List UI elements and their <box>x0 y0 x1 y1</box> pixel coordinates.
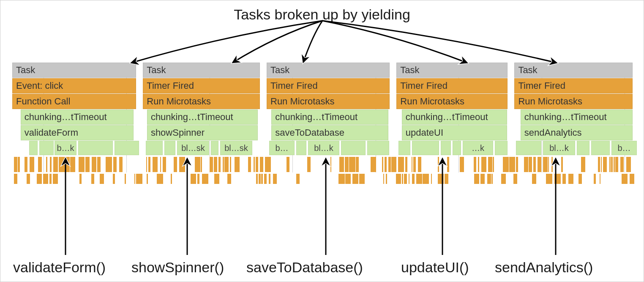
fn-label: saveToDatabase() <box>246 259 363 276</box>
row-task-segment: Task <box>267 63 390 78</box>
micro-chip: bl…sk <box>177 141 209 155</box>
row-3-segment: Run Microtasks <box>396 94 508 109</box>
row-5-segment: showSpinner <box>147 125 258 140</box>
micro-chip <box>398 141 410 155</box>
micro-chip <box>412 141 439 155</box>
micro-chip <box>591 141 610 155</box>
row-2-segment: Timer Fired <box>267 78 390 93</box>
row-2-segment: Event: click <box>12 78 136 93</box>
micro-chip: b…k <box>55 141 76 155</box>
micro-chip: …k <box>463 141 493 155</box>
micro-chip <box>495 141 508 155</box>
micro-chip <box>164 141 175 155</box>
row-4-segment: chunking…tTimeout <box>402 110 507 125</box>
row-call: Function CallRun MicrotasksRun Microtask… <box>12 94 633 109</box>
micro-chip <box>29 141 38 155</box>
row-chunk: chunking…tTimeoutchunking…tTimeoutchunki… <box>12 110 633 125</box>
row-3-segment: Run Microtasks <box>143 94 260 109</box>
row-4-segment: chunking…tTimeout <box>21 110 134 125</box>
row-5-segment: updateUI <box>402 125 507 140</box>
row-5-segment: sendAnalytics <box>521 125 633 140</box>
row-2-segment: Timer Fired <box>514 78 633 93</box>
row-5-segment: saveToDatabase <box>271 125 388 140</box>
row-task-segment: Task <box>396 63 508 78</box>
micro-chip <box>146 141 163 155</box>
row-4-segment: chunking…tTimeout <box>521 110 633 125</box>
fn-label: sendAnalytics() <box>495 259 593 276</box>
micro-chip <box>296 141 306 155</box>
row-3-segment: Function Call <box>12 94 136 109</box>
fn-label: validateForm() <box>13 259 106 276</box>
micro-chip <box>341 141 366 155</box>
fn-label: updateUI() <box>401 259 469 276</box>
micro-chip <box>577 141 589 155</box>
row-task: TaskTaskTaskTaskTask <box>12 63 633 78</box>
row-4-segment: chunking…tTimeout <box>147 110 258 125</box>
micro-chip: bl…k <box>308 141 339 155</box>
flame-chart: TaskTaskTaskTaskTask Event: clickTimer F… <box>12 63 633 191</box>
micro-chip <box>211 141 218 155</box>
micro-chip <box>441 141 451 155</box>
row-event: Event: clickTimer FiredTimer FiredTimer … <box>12 78 633 93</box>
row-2-segment: Timer Fired <box>396 78 508 93</box>
micro-chip <box>367 141 389 155</box>
row-task-segment: Task <box>143 63 260 78</box>
micro-chip <box>453 141 461 155</box>
micro-chip <box>39 141 54 155</box>
row-fn: validateFormshowSpinnersaveToDatabaseupd… <box>12 125 633 140</box>
micro-chip: b… <box>611 141 637 155</box>
row-4-segment: chunking…tTimeout <box>271 110 388 125</box>
row-micro: b…kbl…skbl…skb…bl…k…kbl…kb… <box>12 141 633 155</box>
row-3-segment: Run Microtasks <box>514 94 633 109</box>
micro-chip <box>78 141 113 155</box>
row-task-segment: Task <box>12 63 136 78</box>
micro-chip: bl…sk <box>220 141 252 155</box>
row-2-segment: Timer Fired <box>143 78 260 93</box>
fn-label: showSpinner() <box>131 259 224 276</box>
micro-chip: b… <box>269 141 295 155</box>
micro-chip <box>115 141 139 155</box>
row-5-segment: validateForm <box>21 125 134 140</box>
micro-chip <box>516 141 541 155</box>
activity-strips <box>12 157 633 191</box>
micro-chip: bl…k <box>543 141 575 155</box>
row-3-segment: Run Microtasks <box>267 94 390 109</box>
diagram-title: Tasks broken up by yielding <box>234 6 410 23</box>
row-task-segment: Task <box>514 63 633 78</box>
